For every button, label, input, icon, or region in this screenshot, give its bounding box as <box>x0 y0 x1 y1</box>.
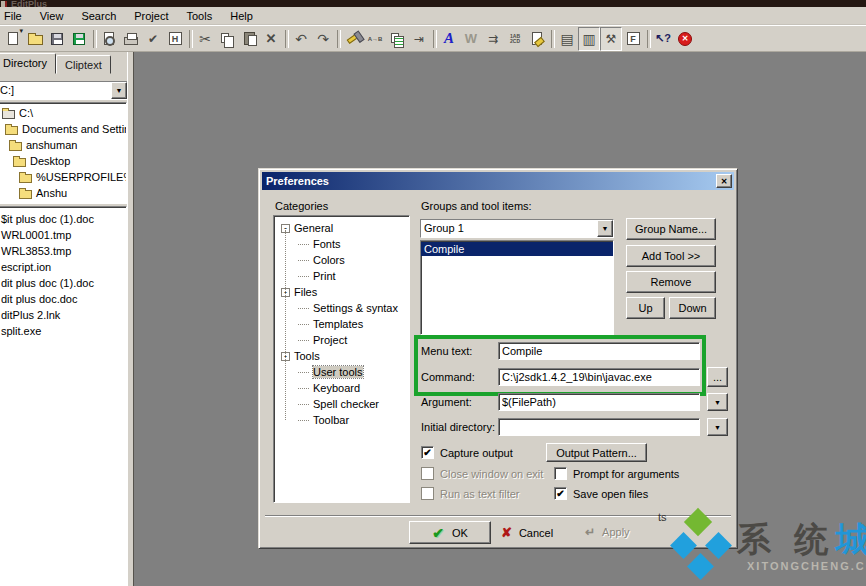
ok-button[interactable]: ✔ OK <box>409 521 491 544</box>
paste-button[interactable] <box>238 27 260 51</box>
remove-button[interactable]: Remove <box>626 271 716 293</box>
file-item[interactable]: dit plus doc.doc <box>0 291 126 307</box>
initial-directory-input[interactable] <box>498 418 700 436</box>
document-properties-button[interactable] <box>526 27 548 51</box>
user-toolbar-button[interactable]: ⚒ <box>600 27 622 51</box>
folder-tree-item[interactable]: %USERPROFILE% <box>0 169 126 185</box>
word-wrap-icon: W <box>465 31 477 46</box>
goto-line-button[interactable]: ⇥ <box>408 27 430 51</box>
down-button[interactable]: Down <box>669 297 716 319</box>
copy-button[interactable] <box>216 27 238 51</box>
browser-window-button[interactable]: ▥ <box>578 27 600 51</box>
up-button[interactable]: Up <box>626 297 665 319</box>
folder-tree-item[interactable]: Desktop <box>0 153 126 169</box>
folder-icon <box>19 190 32 199</box>
set-font-button[interactable]: A <box>438 27 460 51</box>
menu-item[interactable]: File <box>0 8 31 24</box>
group-selector[interactable]: Group 1 ▼ <box>420 219 614 238</box>
word-wrap-button[interactable]: W <box>460 27 482 51</box>
line-numbers-button[interactable]: 1AB 2CD <box>504 27 526 51</box>
menu-item[interactable]: Help <box>221 8 262 24</box>
dialog-titlebar[interactable]: Preferences <box>262 172 734 190</box>
group-name-button[interactable]: Group Name... <box>626 218 716 240</box>
category-item[interactable]: - Tools <box>274 348 409 364</box>
output-window-button[interactable]: ▤ <box>556 27 578 51</box>
category-item[interactable]: - General <box>274 220 409 236</box>
capture-output-checkbox[interactable]: Capture output <box>421 446 513 459</box>
category-item[interactable]: - Toolbar <box>274 412 409 428</box>
full-screen-button[interactable]: F <box>622 27 644 51</box>
chevron-down-icon[interactable]: ▼ <box>597 220 613 237</box>
folder-tree-item[interactable]: anshuman <box>0 137 126 153</box>
file-item[interactable]: WRL0001.tmp <box>0 227 126 243</box>
category-item[interactable]: - Colors <box>274 252 409 268</box>
explorer-tab[interactable]: Cliptext <box>56 55 111 74</box>
browse-button[interactable]: ... <box>707 367 728 387</box>
new-document-button[interactable] <box>2 27 24 51</box>
open-file-button[interactable] <box>24 27 46 51</box>
menu-item[interactable]: Tools <box>178 8 222 24</box>
folder-tree-item[interactable]: Documents and Settings <box>0 121 126 137</box>
replace-button[interactable]: A→B <box>364 27 386 51</box>
argument-dropdown-button[interactable]: ▼ <box>707 393 728 411</box>
category-item[interactable]: - Print <box>274 268 409 284</box>
file-item[interactable]: dit plus doc (1).doc <box>0 275 126 291</box>
output-window-icon: ▤ <box>560 31 573 47</box>
tree-branch-icon <box>298 372 309 373</box>
category-item[interactable]: - Files <box>274 284 409 300</box>
menu-item[interactable]: Project <box>125 8 177 24</box>
cut-button[interactable]: ✂ <box>194 27 216 51</box>
redo-button[interactable]: ↷ <box>312 27 334 51</box>
menu-item[interactable]: View <box>31 8 73 24</box>
output-pattern-button[interactable]: Output Pattern... <box>546 443 647 462</box>
find-button[interactable] <box>342 27 364 51</box>
print-button[interactable] <box>120 27 142 51</box>
category-item[interactable]: - Settings & syntax <box>274 300 409 316</box>
explorer-tab[interactable]: Directory <box>0 53 56 74</box>
checkbox-icon[interactable] <box>554 467 567 480</box>
add-tool-button[interactable]: Add Tool >> <box>626 245 716 267</box>
cancel-button[interactable]: ✘ Cancel <box>501 525 553 540</box>
category-item[interactable]: - Project <box>274 332 409 348</box>
find-in-files-button[interactable] <box>386 27 408 51</box>
print-preview-button[interactable] <box>98 27 120 51</box>
checkbox-icon[interactable] <box>554 487 567 500</box>
drive-selector[interactable]: C:] ▼ <box>0 81 128 100</box>
close-window-on-exit-checkbox: Close window on exit <box>421 467 543 480</box>
command-input[interactable] <box>498 368 700 386</box>
stop-button[interactable]: ✕ <box>674 27 696 51</box>
panel-splitter[interactable] <box>127 52 134 586</box>
chevron-down-icon[interactable]: ▼ <box>111 82 127 99</box>
indent-guide-button[interactable]: ⇉ <box>482 27 504 51</box>
save-button[interactable] <box>46 27 68 51</box>
folder-tree-item[interactable]: C:\ <box>0 105 126 121</box>
delete-button[interactable]: ✕ <box>260 27 282 51</box>
file-item[interactable]: WRL3853.tmp <box>0 243 126 259</box>
prompt-for-arguments-checkbox[interactable]: Prompt for arguments <box>554 467 679 480</box>
spell-check-button[interactable]: ✔ <box>142 27 164 51</box>
save-open-files-checkbox[interactable]: Save open files <box>554 487 648 500</box>
initial-directory-dropdown-button[interactable]: ▼ <box>707 418 728 436</box>
context-help-button[interactable]: ↖? <box>652 27 674 51</box>
file-item[interactable]: escript.ion <box>0 259 126 275</box>
category-item[interactable]: - Keyboard <box>274 380 409 396</box>
menu-item[interactable]: Search <box>72 8 125 24</box>
tool-item[interactable]: Compile <box>421 242 613 256</box>
category-item[interactable]: - Spell checker <box>274 396 409 412</box>
undo-button[interactable]: ↶ <box>290 27 312 51</box>
watermark-domain-text: XITONGCHENG.COM <box>747 560 866 572</box>
close-icon[interactable]: ✕ <box>716 174 732 188</box>
file-item[interactable]: ditPlus 2.lnk <box>0 307 126 323</box>
argument-input[interactable] <box>498 393 700 411</box>
folder-tree-item[interactable]: Anshu <box>0 185 126 201</box>
file-item[interactable]: $it plus doc (1).doc <box>0 211 126 227</box>
save-all-button[interactable] <box>68 27 90 51</box>
watermark-diamond-icon <box>687 553 714 580</box>
category-item[interactable]: - Templates <box>274 316 409 332</box>
file-item[interactable]: split.exe <box>0 323 126 339</box>
checkbox-icon[interactable] <box>421 446 434 459</box>
category-item[interactable]: - User tools <box>274 364 409 380</box>
html-toolbar-button[interactable]: H <box>164 27 186 51</box>
menu-text-input[interactable] <box>498 342 700 360</box>
category-item[interactable]: - Fonts <box>274 236 409 252</box>
